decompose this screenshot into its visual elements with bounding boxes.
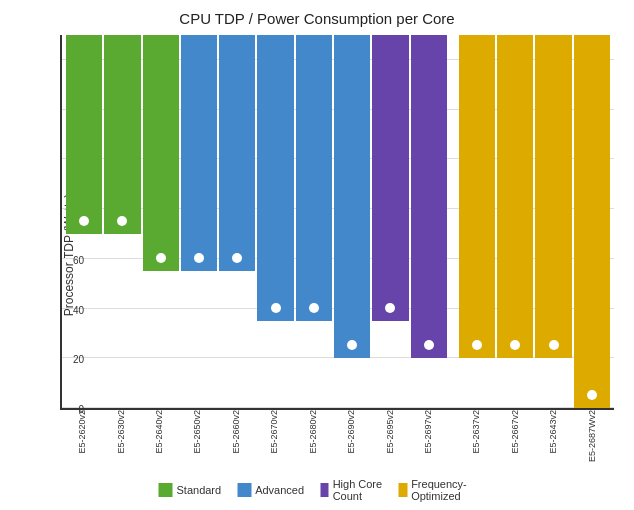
bar-dot: [472, 340, 482, 350]
x-label-item: E5-2630v2: [102, 410, 138, 455]
x-labels: E5-2620v2E5-2630v2E5-2640v2E5-2650v2E5-2…: [60, 410, 614, 455]
legend-label: Frequency-Optimized: [411, 478, 475, 502]
x-label-item: E5-2667v2: [497, 410, 533, 455]
chart-container: CPU TDP / Power Consumption per Core Pro…: [0, 0, 634, 510]
bar: [411, 35, 447, 358]
x-label-text: E5-2667v2: [510, 410, 520, 454]
bar-group: [181, 35, 217, 408]
x-label-text: E5-2680v2: [308, 410, 318, 454]
bar-dot: [510, 340, 520, 350]
x-label-item: E5-2670v2: [256, 410, 292, 455]
bar-group: [257, 35, 293, 408]
x-label-text: E5-2695v2: [385, 410, 395, 454]
bar: [219, 35, 255, 271]
bar: [66, 35, 102, 234]
bar-group: [334, 35, 370, 408]
x-label-text: E5-2697v2: [423, 410, 433, 454]
bar-group: [296, 35, 332, 408]
bar-group: [574, 35, 610, 408]
bar: [535, 35, 571, 358]
bar-dot: [424, 340, 434, 350]
x-label-item: E5-2660v2: [218, 410, 254, 455]
x-label-item: E5-2695v2: [371, 410, 407, 455]
bar-dot: [156, 253, 166, 263]
bar: [104, 35, 140, 234]
bar: [497, 35, 533, 358]
x-label-item: E5-2690v2: [333, 410, 369, 455]
x-label-gap: [448, 410, 456, 455]
x-label-text: E5-2637v2: [471, 410, 481, 454]
bar: [574, 35, 610, 408]
legend-item: Standard: [159, 483, 222, 497]
chart-title: CPU TDP / Power Consumption per Core: [0, 0, 634, 27]
legend-item: Frequency-Optimized: [399, 478, 476, 502]
bar-dot: [232, 253, 242, 263]
x-label-text: E5-2650v2: [192, 410, 202, 454]
x-label-text: E5-2660v2: [231, 410, 241, 454]
legend-color-box: [237, 483, 251, 497]
bar-group: [66, 35, 102, 408]
x-label-text: E5-2630v2: [116, 410, 126, 454]
x-label-text: E5-2643v2: [548, 410, 558, 454]
legend-color-box: [320, 483, 329, 497]
x-label-item: E5-2643v2: [535, 410, 571, 455]
legend-color-box: [399, 483, 408, 497]
x-label-item: E5-2697v2: [410, 410, 446, 455]
bar-group: [497, 35, 533, 408]
bar-dot: [549, 340, 559, 350]
bars-wrapper: [62, 35, 614, 408]
bar-group: [535, 35, 571, 408]
x-label-item: E5-2640v2: [141, 410, 177, 455]
x-label-item: E5-2637v2: [458, 410, 494, 455]
bar-group: [372, 35, 408, 408]
bar-dot: [347, 340, 357, 350]
legend-label: High Core Count: [333, 478, 383, 502]
bar-dot: [587, 390, 597, 400]
legend: StandardAdvancedHigh Core CountFrequency…: [159, 478, 476, 502]
bar-dot: [271, 303, 281, 313]
x-label-item: E5-2650v2: [179, 410, 215, 455]
bar: [372, 35, 408, 321]
bar-group: [411, 35, 447, 408]
x-label-text: E5-2687Wv2: [587, 410, 597, 462]
x-label-text: E5-2670v2: [269, 410, 279, 454]
bar: [257, 35, 293, 321]
x-label-item: E5-2687Wv2: [573, 410, 609, 455]
x-label-item: E5-2620v2: [64, 410, 100, 455]
bar-dot: [117, 216, 127, 226]
x-label-text: E5-2620v2: [77, 410, 87, 454]
x-label-text: E5-2640v2: [154, 410, 164, 454]
legend-item: High Core Count: [320, 478, 382, 502]
bar-dot: [385, 303, 395, 313]
bar: [459, 35, 495, 358]
legend-label: Advanced: [255, 484, 304, 496]
bar-group: [143, 35, 179, 408]
x-label-text: E5-2690v2: [346, 410, 356, 454]
bar-dot: [309, 303, 319, 313]
legend-label: Standard: [177, 484, 222, 496]
bar-dot: [194, 253, 204, 263]
bar: [334, 35, 370, 358]
bar-group: [104, 35, 140, 408]
bar: [143, 35, 179, 271]
bar: [181, 35, 217, 271]
legend-color-box: [159, 483, 173, 497]
x-label-item: E5-2680v2: [295, 410, 331, 455]
bar-dot: [79, 216, 89, 226]
chart-area: 020406080100120140: [60, 35, 614, 410]
legend-item: Advanced: [237, 483, 304, 497]
bar-group: [459, 35, 495, 408]
bar-group: [219, 35, 255, 408]
bar: [296, 35, 332, 321]
